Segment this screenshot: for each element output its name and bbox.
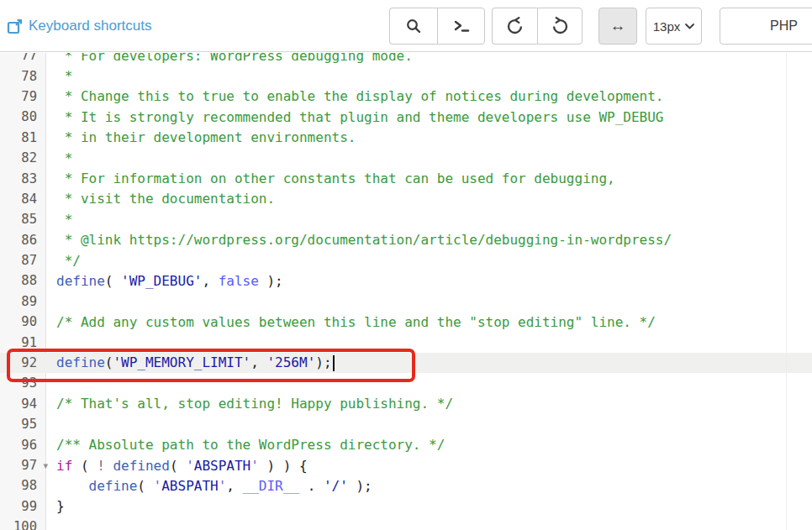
- code-line[interactable]: 78 *: [0, 66, 812, 86]
- terminal-button[interactable]: [437, 8, 485, 45]
- font-size-dropdown[interactable]: 13px: [646, 8, 702, 45]
- code-token: /* Add any custom values between this li…: [56, 314, 656, 330]
- code-line[interactable]: 99}: [0, 496, 812, 517]
- code-token: !: [97, 458, 105, 474]
- code-rows: 77 * For developers: WordPress debugging…: [0, 53, 812, 530]
- terminal-prompt-icon: [453, 18, 470, 34]
- code-token: '256M': [266, 354, 315, 370]
- code-token: false: [219, 273, 259, 289]
- keyboard-shortcuts-link[interactable]: Keyboard shortcuts: [7, 0, 151, 52]
- code-text: define('WP_MEMORY_LIMIT', '256M');: [45, 354, 812, 371]
- code-token: ,: [250, 354, 266, 370]
- code-text: if ( ! defined( 'ABSPATH' ) ) {: [45, 458, 812, 474]
- word-wrap-toggle[interactable]: ↔: [598, 8, 637, 45]
- code-token: *: [56, 212, 72, 228]
- code-token: ': [219, 478, 227, 494]
- code-token: (: [72, 458, 97, 474]
- code-text: /** Absolute path to the WordPress direc…: [45, 437, 812, 453]
- code-token: /* That's all, stop editing! Happy publi…: [56, 396, 453, 412]
- search-button[interactable]: [389, 8, 437, 45]
- code-text: * For developers: WordPress debugging mo…: [45, 53, 812, 64]
- line-number: 91: [0, 335, 45, 350]
- code-token: ': [250, 458, 259, 474]
- code-token: ': [154, 478, 162, 494]
- redo-button[interactable]: [537, 8, 583, 45]
- code-text: }: [45, 498, 812, 514]
- code-text: /* That's all, stop editing! Happy publi…: [45, 396, 812, 412]
- code-token: __DIR__: [243, 478, 299, 494]
- code-line[interactable]: 96/** Absolute path to the WordPress dir…: [0, 434, 812, 454]
- code-line[interactable]: 100: [0, 517, 812, 530]
- code-token: if: [56, 458, 72, 474]
- code-text: * Change this to true to enable the disp…: [45, 88, 812, 104]
- code-token: * For information on other constants tha…: [56, 171, 615, 186]
- code-line[interactable]: 90/* Add any custom values between this …: [0, 312, 812, 332]
- code-token: (: [105, 273, 121, 289]
- code-editor[interactable]: 77 * For developers: WordPress debugging…: [0, 53, 812, 530]
- line-number: 89: [0, 294, 45, 309]
- code-text: define( 'WP_DEBUG', false );: [45, 273, 812, 289]
- keyboard-shortcuts-label: Keyboard shortcuts: [29, 18, 151, 34]
- fold-arrow-icon[interactable]: ▾: [43, 460, 48, 471]
- code-line[interactable]: 92define('WP_MEMORY_LIMIT', '256M');: [0, 353, 812, 373]
- chevron-down-icon: [685, 24, 694, 29]
- line-number: 92: [0, 355, 45, 370]
- code-line[interactable]: 82 *: [0, 148, 812, 168]
- code-line[interactable]: 87 */: [0, 250, 812, 270]
- code-token: ) ) {: [259, 458, 308, 474]
- line-number: 77: [0, 53, 45, 63]
- code-text: define( 'ABSPATH', __DIR__ . '/' );: [45, 478, 812, 494]
- code-token: ABSPATH: [161, 478, 218, 494]
- code-token: define: [56, 273, 105, 289]
- code-line[interactable]: 85 *: [0, 209, 812, 229]
- line-number: 90: [0, 314, 45, 329]
- code-text: *: [45, 212, 812, 228]
- code-text: */: [45, 253, 812, 269]
- line-number: 98: [0, 478, 45, 493]
- code-token: ABSPATH: [194, 458, 250, 474]
- code-line[interactable]: 89: [0, 291, 812, 312]
- code-line[interactable]: 93: [0, 373, 812, 393]
- code-token: }: [56, 498, 65, 514]
- code-line[interactable]: 77 * For developers: WordPress debugging…: [0, 53, 812, 66]
- line-number: 85: [0, 212, 45, 227]
- line-number: 94: [0, 396, 45, 412]
- code-line[interactable]: 91: [0, 332, 812, 352]
- code-text: * @link https://wordpress.org/documentat…: [45, 232, 812, 248]
- code-token: );: [348, 478, 372, 494]
- code-token: */: [56, 253, 81, 269]
- code-text: *: [45, 150, 812, 166]
- code-token: ,: [202, 273, 218, 289]
- code-token: * visit the documentation.: [56, 191, 275, 207]
- line-number: 81: [0, 130, 45, 145]
- code-token: .: [299, 478, 324, 494]
- line-number: 93: [0, 375, 45, 391]
- code-token: * Change this to true to enable the disp…: [56, 88, 663, 104]
- code-line[interactable]: 81 * in their development environments.: [0, 128, 812, 148]
- code-line[interactable]: 98 define( 'ABSPATH', __DIR__ . '/' );: [0, 475, 812, 496]
- line-number: 82: [0, 150, 45, 165]
- code-token: *: [56, 150, 72, 166]
- line-number: 97▾: [0, 458, 45, 473]
- code-text: * It is strongly recommended that plugin…: [45, 109, 812, 125]
- editor-toolbar: Keyboard shortcuts: [0, 0, 812, 52]
- code-line[interactable]: 86 * @link https://wordpress.org/documen…: [0, 230, 812, 250]
- code-line[interactable]: 94/* That's all, stop editing! Happy pub…: [0, 394, 812, 414]
- code-token: define: [89, 478, 138, 494]
- code-line[interactable]: 95: [0, 414, 812, 434]
- code-token: ': [186, 458, 194, 474]
- undo-button[interactable]: [492, 8, 537, 45]
- code-line[interactable]: 97▾if ( ! defined( 'ABSPATH' ) ) {: [0, 455, 812, 475]
- code-text: * visit the documentation.: [45, 191, 812, 207]
- line-number: 80: [0, 109, 45, 124]
- editor-margin-line: [786, 53, 787, 530]
- syntax-language-select[interactable]: PHP: [720, 8, 812, 45]
- code-line[interactable]: 80 * It is strongly recommended that plu…: [0, 107, 812, 127]
- line-number: 83: [0, 171, 45, 186]
- code-line[interactable]: 84 * visit the documentation.: [0, 189, 812, 209]
- line-number: 96: [0, 438, 45, 453]
- code-line[interactable]: 79 * Change this to true to enable the d…: [0, 87, 812, 107]
- code-token: * It is strongly recommended that plugin…: [56, 109, 663, 125]
- code-line[interactable]: 83 * For information on other constants …: [0, 168, 812, 188]
- code-line[interactable]: 88define( 'WP_DEBUG', false );: [0, 270, 812, 291]
